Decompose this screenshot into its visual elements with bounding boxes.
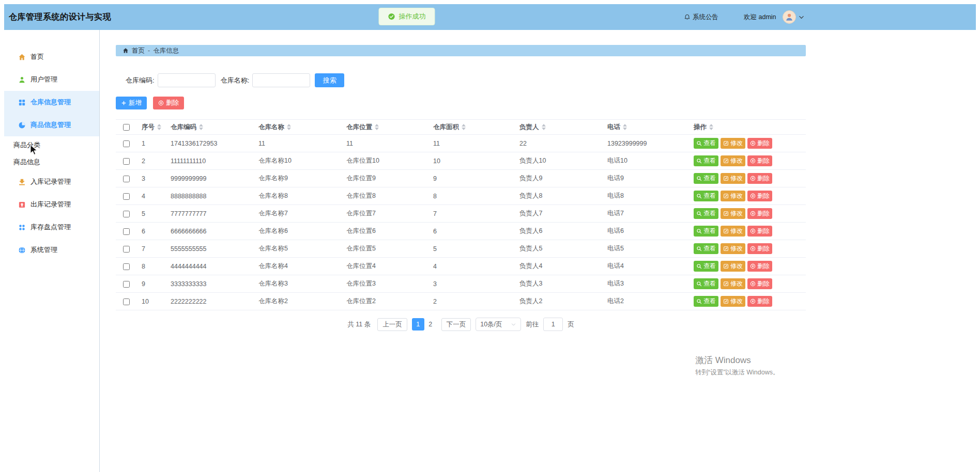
column-header-label: 仓库编码 — [171, 123, 196, 131]
row-checkbox[interactable] — [123, 281, 130, 288]
edit-button[interactable]: 修改 — [721, 138, 745, 149]
circle-x-icon — [750, 281, 756, 287]
edit-button[interactable]: 修改 — [721, 226, 745, 237]
view-button-label: 查看 — [703, 227, 716, 235]
view-button[interactable]: 查看 — [694, 243, 718, 254]
sidebar-item[interactable]: 商品分类 — [4, 136, 99, 153]
row-checkbox[interactable] — [123, 176, 130, 182]
sort-caret-icon[interactable] — [462, 124, 466, 130]
table-cell: 仓库名称10 — [253, 152, 341, 170]
actions-cell: 查看修改删除 — [688, 152, 806, 170]
avatar[interactable] — [783, 10, 796, 24]
next-page-button[interactable]: 下一页 — [441, 318, 471, 331]
row-delete-button[interactable]: 删除 — [747, 138, 772, 149]
column-header[interactable]: 负责人 — [514, 120, 602, 135]
column-header[interactable]: 电话 — [602, 120, 688, 135]
system-announcement-link[interactable]: 系统公告 — [684, 13, 718, 22]
chevron-down-icon[interactable] — [798, 14, 805, 21]
row-checkbox[interactable] — [123, 211, 130, 217]
row-delete-button[interactable]: 删除 — [747, 296, 772, 307]
row-delete-button[interactable]: 删除 — [747, 261, 772, 272]
row-delete-button[interactable]: 删除 — [747, 278, 772, 289]
row-checkbox[interactable] — [123, 193, 130, 200]
breadcrumb-home[interactable]: 首页 — [132, 46, 145, 55]
batch-delete-button[interactable]: 删除 — [153, 97, 184, 109]
edit-button-label: 修改 — [730, 156, 743, 165]
sidebar-item[interactable]: 商品信息 — [4, 153, 99, 170]
sort-caret-icon[interactable] — [157, 124, 161, 130]
sidebar-item[interactable]: 出库记录管理 — [4, 193, 99, 216]
row-checkbox[interactable] — [123, 263, 130, 270]
row-delete-button[interactable]: 删除 — [747, 191, 772, 201]
breadcrumb: 首页 - 仓库信息 — [116, 45, 806, 56]
sort-caret-icon[interactable] — [623, 124, 627, 130]
sort-caret-icon[interactable] — [375, 124, 379, 130]
row-checkbox[interactable] — [123, 158, 130, 165]
warehouse-code-input[interactable] — [158, 73, 216, 87]
table-cell: 电话4 — [602, 258, 688, 275]
goto-page-input[interactable] — [543, 318, 563, 331]
view-button[interactable]: 查看 — [694, 296, 718, 307]
row-checkbox[interactable] — [123, 246, 130, 253]
view-button[interactable]: 查看 — [694, 173, 718, 184]
sort-caret-icon[interactable] — [199, 124, 203, 130]
view-button[interactable]: 查看 — [694, 191, 718, 201]
table-cell: 4 — [428, 258, 514, 275]
column-header[interactable]: 仓库名称 — [253, 120, 341, 135]
page-size-select[interactable]: 10条/页 — [476, 318, 521, 331]
page-button[interactable]: 1 — [412, 318, 424, 331]
page-button[interactable]: 2 — [424, 318, 437, 331]
view-button[interactable]: 查看 — [694, 226, 718, 237]
row-checkbox[interactable] — [123, 140, 130, 147]
sidebar-item-label: 库存盘点管理 — [30, 223, 71, 232]
warehouse-name-input[interactable] — [252, 73, 310, 87]
edit-button[interactable]: 修改 — [721, 173, 745, 184]
column-header[interactable]: 操作 — [688, 120, 806, 135]
goto-unit: 页 — [568, 320, 574, 329]
column-header[interactable]: 仓库位置 — [341, 120, 428, 135]
sort-caret-icon[interactable] — [709, 124, 713, 130]
view-button[interactable]: 查看 — [694, 155, 718, 166]
sidebar-item[interactable]: 库存盘点管理 — [4, 216, 99, 239]
column-header[interactable]: 序号 — [136, 120, 165, 135]
edit-button[interactable]: 修改 — [721, 278, 745, 289]
row-checkbox[interactable] — [123, 298, 130, 305]
column-header[interactable]: 仓库面积 — [428, 120, 514, 135]
sort-caret-icon[interactable] — [287, 124, 291, 130]
row-checkbox[interactable] — [123, 228, 130, 235]
sidebar-item[interactable]: 商品信息管理 — [4, 114, 99, 136]
view-button[interactable]: 查看 — [694, 261, 718, 272]
prev-page-button[interactable]: 上一页 — [377, 318, 407, 331]
sidebar-item[interactable]: 仓库信息管理 — [4, 91, 99, 114]
view-button[interactable]: 查看 — [694, 138, 718, 149]
row-delete-button[interactable]: 删除 — [747, 243, 772, 254]
sidebar-item[interactable]: 系统管理 — [4, 239, 99, 261]
edit-button[interactable]: 修改 — [721, 208, 745, 219]
edit-button[interactable]: 修改 — [721, 261, 745, 272]
circle-x-icon — [750, 228, 756, 234]
select-all-checkbox[interactable] — [123, 124, 130, 131]
search-button[interactable]: 搜索 — [315, 73, 344, 87]
sort-caret-icon[interactable] — [542, 124, 546, 130]
row-delete-button[interactable]: 删除 — [747, 226, 772, 237]
row-delete-button[interactable]: 删除 — [747, 155, 772, 166]
column-header-label: 电话 — [607, 123, 620, 131]
table-row: 48888888888仓库名称8仓库位置88负责人8电话8查看修改删除 — [116, 187, 806, 205]
toolbar: 新增 删除 — [116, 97, 806, 109]
row-delete-button[interactable]: 删除 — [747, 173, 772, 184]
add-button[interactable]: 新增 — [116, 97, 147, 109]
column-header[interactable]: 仓库编码 — [165, 120, 253, 135]
table-row: 66666666666仓库名称6仓库位置66负责人6电话6查看修改删除 — [116, 223, 806, 240]
column-header-label: 操作 — [694, 123, 707, 131]
view-button[interactable]: 查看 — [694, 208, 718, 219]
sidebar-item[interactable]: 入库记录管理 — [4, 170, 99, 193]
sidebar-item[interactable]: 首页 — [4, 45, 99, 68]
edit-button[interactable]: 修改 — [721, 191, 745, 201]
edit-button[interactable]: 修改 — [721, 296, 745, 307]
edit-button[interactable]: 修改 — [721, 243, 745, 254]
row-delete-button[interactable]: 删除 — [747, 208, 772, 219]
sidebar-item[interactable]: 用户管理 — [4, 68, 99, 91]
view-button[interactable]: 查看 — [694, 278, 718, 289]
edit-icon — [723, 298, 729, 304]
edit-button[interactable]: 修改 — [721, 155, 745, 166]
